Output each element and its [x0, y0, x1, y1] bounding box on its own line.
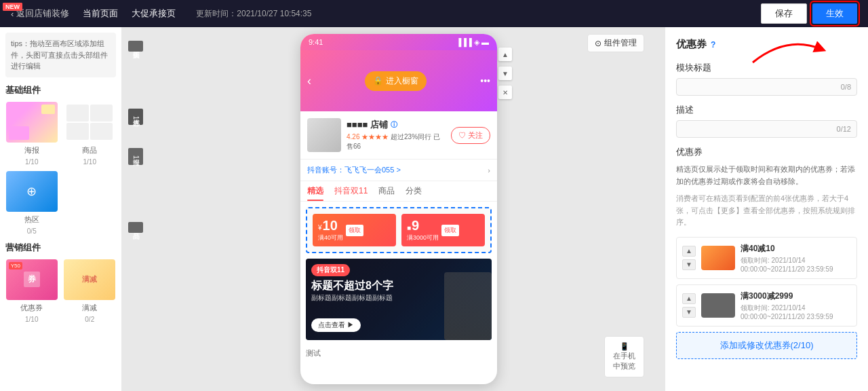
current-page-label: 当前页面	[83, 7, 118, 20]
module-title-input[interactable]: 0/8	[676, 78, 857, 96]
coupon2-up[interactable]: ▲	[682, 293, 696, 304]
account-row[interactable]: 抖音账号：飞飞飞一会055 > ›	[300, 160, 497, 181]
coupon-section: ¥ 10 满40可用 领取 ■ 9 满	[306, 207, 492, 253]
hotarea-label: 热区	[24, 215, 39, 225]
follow-button[interactable]: ♡ 关注	[451, 127, 490, 144]
manage-icon: ⊙	[595, 39, 601, 48]
store-name: ■■■■ 店铺 ⓘ	[347, 119, 446, 131]
goods-count: 1/10	[83, 158, 96, 166]
main-layout: tips：拖动至画布区域添加组件，头图可直接点击头部组件进行编辑 基础组件 海报…	[0, 27, 868, 391]
desc-input[interactable]: 0/12	[676, 120, 857, 138]
poster-component[interactable]: 海报 1/10	[5, 102, 58, 166]
canvas-area: 店铺头图 优惠券 1 海报 1 商品 ⊙ 组件管理 9:41 ▐▐▐ ◈ ▬	[122, 27, 665, 391]
goods-label: 商品	[82, 145, 97, 155]
panel-title: 优惠券 ?	[676, 38, 857, 51]
coupon-count: 1/10	[25, 316, 38, 323]
banner-section: 抖音双11 标题不超过8个字 副标题副标题副标题副标题 点击查看 ▶	[306, 259, 492, 340]
publish-button[interactable]: 生效	[812, 3, 857, 24]
module-title-label: 模块标题	[676, 62, 857, 74]
enter-showcase-btn[interactable]: 🔒 进入橱窗	[365, 71, 427, 91]
discount-component[interactable]: NEW 满减 满减 0/2	[64, 259, 117, 323]
canvas-tools: ▲ ▼ ✕	[497, 34, 513, 384]
preview-button[interactable]: 📱 在手机 中预览	[604, 336, 644, 377]
tips-box: tips：拖动至画布区域添加组件，头图可直接点击头部组件进行编辑	[5, 33, 116, 77]
coupon-section-label: 优惠券	[676, 146, 857, 158]
lock-icon: 🔒	[373, 76, 383, 86]
update-time: 更新时间：2021/10/27 10:54:35	[196, 8, 311, 20]
hotarea-count: 0/5	[27, 227, 37, 235]
phone-container: ⊙ 组件管理 9:41 ▐▐▐ ◈ ▬ ‹ 🔒 进入橱窗 •••	[149, 27, 665, 391]
poster-label: 海报	[24, 145, 39, 155]
account-arrow: ›	[488, 166, 490, 174]
marketing-components: Y50 券 优惠券 1/10 NEW 满减 满减 0/2	[5, 259, 116, 323]
hotarea-row: NEW ⊕ 热区 0/5	[5, 171, 116, 235]
banner-text: 标题不超过8个字 副标题副标题副标题副标题	[311, 279, 393, 303]
canvas-labels: 店铺头图 优惠券 1 海报 1 商品	[122, 27, 149, 391]
phone-time: 9:41	[309, 38, 323, 46]
tool-down[interactable]: ▼	[498, 67, 512, 80]
coupon-thumbnail: Y50 券	[6, 259, 58, 300]
save-button[interactable]: 保存	[761, 3, 807, 24]
hotarea-thumbnail: NEW ⊕	[6, 171, 58, 212]
coupon1-down[interactable]: ▼	[682, 259, 696, 270]
coupon-collect-btn-2[interactable]: 领取	[441, 225, 459, 236]
banner-person	[444, 272, 492, 340]
coupon-item-1: ▲ ▼ 满40减10 领取时间: 2021/10/14 00:00:00~202…	[676, 237, 857, 279]
component-manage-button[interactable]: ⊙ 组件管理	[587, 34, 644, 52]
nav-tabs: 精选 抖音双11 商品 分类	[300, 181, 497, 202]
info-icon[interactable]: ?	[711, 40, 715, 50]
banner-logo: 抖音双11	[311, 264, 350, 276]
coupon2-name: 满3000减2999	[741, 291, 851, 302]
verified-icon: ⓘ	[391, 120, 397, 130]
nav-tab-selected[interactable]: 精选	[307, 181, 323, 201]
tool-up[interactable]: ▲	[498, 48, 512, 61]
hero-back-icon[interactable]: ‹	[307, 74, 311, 88]
coupon-collect-btn-1[interactable]: 领取	[346, 225, 363, 236]
coupon-card-1[interactable]: ¥ 10 满40可用 领取	[313, 214, 396, 246]
hotarea-component[interactable]: NEW ⊕ 热区 0/5	[5, 171, 58, 235]
tool-delete[interactable]: ✕	[498, 86, 512, 99]
coupon1-time: 领取时间: 2021/10/14 00:00:00~2021/11/20 23:…	[741, 256, 851, 273]
top-actions: 保存 生效	[761, 3, 857, 24]
store-rating: 4.26 ★★★★ 超过23%同行 已售66	[347, 132, 446, 151]
marketing-section-title: 营销组件	[5, 242, 116, 254]
coupon2-time: 领取时间: 2021/10/14 00:00:00~2021/11/20 23:…	[741, 303, 851, 320]
top-bar: ‹ 返回店铺装修 当前页面 大促承接页 更新时间：2021/10/27 10:5…	[0, 0, 868, 27]
coupon-note: 精选页仅展示处于领取时间和有效期内的优惠券；若添加的优惠券过期或作废将会自动移除…	[676, 164, 857, 187]
nav-tab-goods[interactable]: 商品	[378, 181, 395, 201]
coupon-component[interactable]: Y50 券 优惠券 1/10	[5, 259, 58, 323]
nav-tab-double11[interactable]: 抖音双11	[334, 181, 368, 201]
rating-stars: 4.26 ★★★★	[347, 133, 389, 141]
right-panel: 优惠券 ? 模块标题 0/8 描述 0/12 优惠券 精选页仅展示处于领取时间和…	[665, 27, 868, 391]
discount-label: 满减	[82, 303, 97, 313]
coupon-note2: 消费者可在精选页看到配置的前4张优惠券，若大于4张，可点击【更多】查看全部优惠券…	[676, 193, 857, 229]
coupon1-up[interactable]: ▲	[682, 246, 696, 257]
coupon1-info: 满40减10 领取时间: 2021/10/14 00:00:00~2021/11…	[741, 243, 851, 273]
coupon1-thumb	[701, 246, 735, 270]
phone-hero: ‹ 🔒 进入橱窗 •••	[300, 50, 497, 111]
coupon1-name: 满40减10	[741, 243, 851, 255]
store-avatar	[307, 118, 341, 152]
hero-more-icon[interactable]: •••	[480, 75, 490, 86]
phone-status-bar: 9:41 ▐▐▐ ◈ ▬	[300, 34, 497, 50]
coupon-card-2[interactable]: ■ 9 满3000可用 领取	[401, 214, 485, 246]
page-name: 大促承接页	[132, 7, 176, 20]
phone-signal: ▐▐▐ ◈ ▬	[456, 38, 490, 47]
poster-count: 1/10	[25, 158, 38, 166]
canvas-label-coupon: 优惠券 1	[128, 109, 143, 125]
store-details: ■■■■ 店铺 ⓘ 4.26 ★★★★ 超过23%同行 已售66	[347, 119, 446, 151]
discount-thumbnail: NEW 满减	[64, 259, 115, 300]
nav-tab-category[interactable]: 分类	[406, 181, 422, 201]
module-title-count: 0/8	[841, 83, 851, 91]
phone-mockup: 9:41 ▐▐▐ ◈ ▬ ‹ 🔒 进入橱窗 •••	[300, 34, 497, 384]
goods-test-label: 测试	[300, 346, 497, 361]
add-coupon-button[interactable]: 添加或修改优惠券(2/10)	[676, 332, 857, 359]
basic-components: 海报 1/10 商品 1/10	[5, 102, 116, 166]
discount-count: 0/2	[85, 316, 94, 323]
coupon2-down[interactable]: ▼	[682, 307, 696, 318]
coupon2-info: 满3000减2999 领取时间: 2021/10/14 00:00:00~202…	[741, 291, 851, 320]
coupon1-controls: ▲ ▼	[682, 246, 696, 270]
banner-cta-button[interactable]: 点击查看 ▶	[311, 318, 361, 332]
left-sidebar: tips：拖动至画布区域添加组件，头图可直接点击头部组件进行编辑 基础组件 海报…	[0, 27, 122, 391]
goods-component[interactable]: 商品 1/10	[64, 102, 117, 166]
